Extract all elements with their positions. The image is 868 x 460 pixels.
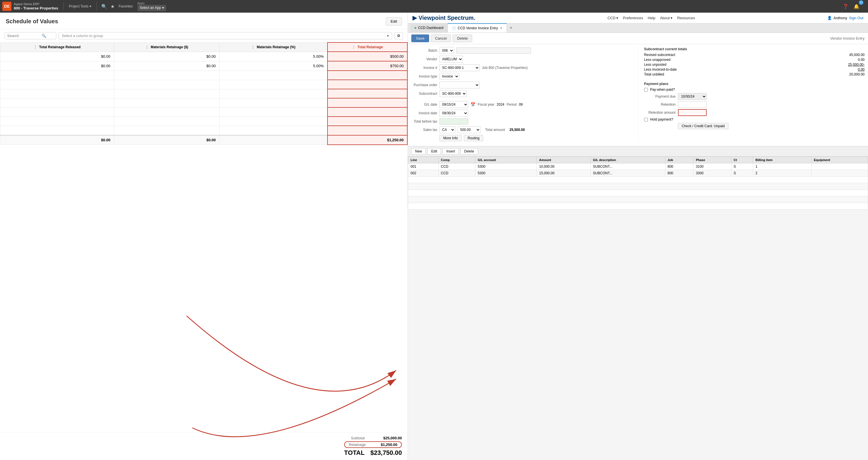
subcontract-label: Subcontract: [411, 92, 437, 96]
routing-button[interactable]: Routing: [464, 135, 483, 141]
line-row: 002 CCD 5300 15,000.00 SUBCONT... 800 33…: [408, 170, 868, 177]
tab-invoice-entry[interactable]: 📄 CCD Vendor Invoice Entry ✕: [448, 23, 507, 32]
nav-right: ❓ 🔔 10: [841, 3, 866, 10]
delete-line-btn[interactable]: Delete: [460, 148, 478, 154]
batch-label: Batch: [411, 49, 437, 53]
insert-line-btn[interactable]: Insert: [443, 148, 459, 154]
fiscal-year-label: Fiscal year: [477, 102, 494, 106]
total-before-tax-input[interactable]: 25,000.00: [439, 118, 468, 125]
preferences-nav[interactable]: Preferences: [623, 16, 643, 20]
search-btn[interactable]: 🔍: [100, 3, 109, 10]
help-icon-btn[interactable]: ❓: [841, 3, 850, 10]
unposted-row: Less unposted 25,000.00-: [644, 63, 865, 67]
apps-dropdown[interactable]: Select an App ▾: [137, 5, 166, 11]
period-value: 09: [519, 102, 523, 106]
filter-icon-btn[interactable]: ⚙: [394, 32, 403, 39]
signout-link[interactable]: Sign Out: [849, 16, 863, 20]
sales-tax-state[interactable]: CA: [439, 126, 455, 133]
resources-nav[interactable]: Resources: [677, 16, 695, 20]
help-nav[interactable]: Help: [648, 16, 655, 20]
left-footer: Subtotal $25,000.00 Retainage $1,250.00 …: [0, 432, 408, 460]
total-retainage: $1,250.00: [328, 135, 408, 145]
line-row-empty: [408, 196, 868, 203]
gl-date-select[interactable]: 09/15/24: [439, 101, 468, 108]
right-panel: ▶ Viewpoint Spectrum. CCD ▾ Preferences …: [408, 12, 868, 460]
vp-nav-links: CCD ▾ Preferences Help About ▾ Resources: [608, 16, 695, 20]
invoice-num-select[interactable]: SC-800-009-1: [439, 64, 479, 71]
purchase-order-select[interactable]: [439, 82, 479, 88]
comp-001: CCD: [438, 163, 475, 170]
app-title: Agave Demo ERP: [14, 2, 58, 6]
more-info-button[interactable]: More Info: [439, 135, 462, 141]
top-nav: DE Agave Demo ERP 800 - Traverse Propert…: [0, 0, 868, 12]
vp-logo-icon: ▶: [412, 14, 417, 21]
total-label: TOTAL: [344, 449, 365, 457]
project-tools-btn[interactable]: Project Tools ▾: [67, 3, 94, 9]
user-icon: 👤: [827, 16, 832, 20]
payment-due-select[interactable]: 10/30/24: [678, 93, 707, 100]
invoice-type-select[interactable]: Invoice: [439, 73, 459, 80]
form-left-col: Batch 006 Unposted Batch: $ 31,305.34 ( …: [411, 47, 638, 143]
phase-001: 3100: [693, 163, 732, 170]
col-comp: Comp: [438, 157, 475, 163]
table-row-empty: [0, 98, 408, 108]
about-nav[interactable]: About ▾: [660, 16, 673, 20]
col-header-retainage-released: ⋮ Total Retainage Released: [0, 42, 114, 52]
total-retainage-released: $0.00: [0, 135, 114, 145]
gl-acct-001: 5300: [475, 163, 537, 170]
pay-when-paid-checkbox[interactable]: [644, 88, 648, 92]
line-table-wrap: Line Comp G/L account Amount G/L descrip…: [408, 156, 868, 210]
gl-acct-002: 5300: [475, 170, 537, 177]
hold-payment-checkbox[interactable]: [644, 118, 648, 121]
save-button[interactable]: Save: [411, 34, 429, 42]
vp-tabs: ■ CCD Dashboard 📄 CCD Vendor Invoice Ent…: [408, 23, 868, 33]
billing-001: 1: [753, 163, 811, 170]
tab-close-btn[interactable]: ✕: [500, 26, 503, 30]
ccd-nav[interactable]: CCD ▾: [608, 16, 618, 20]
edit-line-btn[interactable]: Edit: [427, 148, 441, 154]
favorites-btn[interactable]: Favorites: [116, 3, 135, 9]
form-right-col: Subcontract current totals Revised subco…: [638, 47, 865, 143]
line-toolbar: New Edit Insert Delete: [408, 146, 868, 156]
unbilled-row: Total unbilled 20,000.00: [644, 72, 865, 76]
sales-tax-label: Sales tax: [411, 128, 437, 132]
vp-user[interactable]: 👤 Anthony Sign Out: [827, 16, 863, 20]
line-001: 001: [408, 163, 439, 170]
vendor-select[interactable]: AMELUM: [439, 56, 463, 63]
action-buttons: Save Cancel Delete: [411, 34, 472, 42]
payment-plans-title: Payment plans: [644, 82, 865, 86]
gl-date-label: G/L date: [411, 102, 437, 106]
left-panel: Schedule of Values Edit 🔍 Select a colum…: [0, 12, 408, 460]
invoice-num-label: Invoice #: [411, 66, 437, 70]
col-phase: Phase: [693, 157, 732, 163]
payment-plans-section: Payment plans Pay-when-paid? Payment due…: [644, 82, 865, 129]
retention-amount-input[interactable]: 1,250.00: [678, 109, 707, 116]
new-line-btn[interactable]: New: [411, 148, 426, 154]
subcontract-select[interactable]: SC-800-009: [439, 90, 467, 97]
add-tab-btn[interactable]: +: [507, 24, 515, 32]
sales-tax-amount[interactable]: 500.00: [458, 126, 480, 133]
cancel-button[interactable]: Cancel: [431, 34, 451, 42]
sales-tax-row: Sales tax CA 500.00 Total amount 25,500.…: [411, 126, 638, 133]
group-select[interactable]: Select a column to group ▾: [59, 32, 392, 39]
fiscal-year-value: 2024: [497, 102, 504, 106]
totals-row: $0.00 $0.00 $1,250.00: [0, 135, 408, 145]
hold-payment-row: Hold payment?: [644, 117, 865, 121]
form-title: Vendor Invoice Entry: [830, 36, 865, 40]
total-before-tax-row: Total before tax 25,000.00: [411, 118, 638, 125]
drag-handle: ⋮: [34, 45, 37, 49]
edit-button[interactable]: Edit: [386, 17, 402, 26]
batch-select[interactable]: 006: [439, 47, 454, 54]
retention-input[interactable]: 5.00%: [678, 101, 707, 108]
col-job: Job: [665, 157, 693, 163]
delete-button[interactable]: Delete: [453, 34, 472, 42]
chevron-down-icon-3: ▾: [387, 34, 389, 38]
check-credit-btn[interactable]: Check / Credit Card: Unpaid: [678, 123, 728, 129]
tab-ccd-dashboard[interactable]: ■ CCD Dashboard: [410, 24, 447, 32]
vendor-row: Vendor AMELUM: [411, 56, 638, 63]
invoice-date-select[interactable]: 09/30/24: [439, 110, 468, 117]
search-input[interactable]: [7, 34, 42, 38]
comp-002: CCD: [438, 170, 475, 177]
cell-materials-dollar-2: $0.00: [114, 61, 219, 71]
table-row-empty: [0, 126, 408, 135]
